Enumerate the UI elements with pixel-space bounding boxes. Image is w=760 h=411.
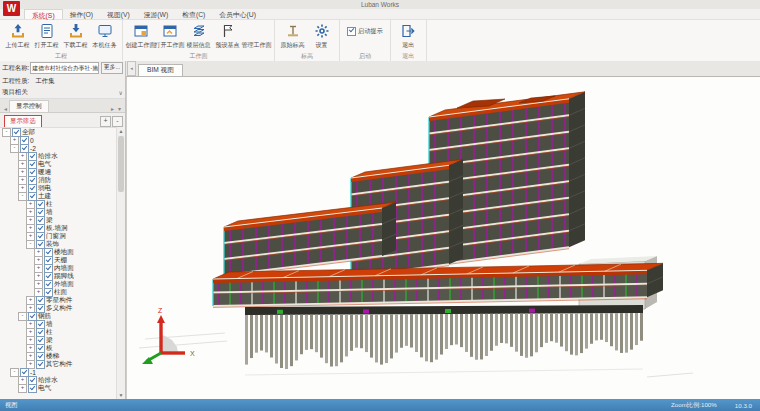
manage-workface-button[interactable]: 管理工作面	[242, 21, 271, 50]
menubar: 系统(S)操作(O)视图(V)漫游(W)检查(C)会员中心(U)	[0, 9, 760, 20]
tree-scrollbar[interactable]: ▲ ▼	[116, 127, 125, 399]
computer-button[interactable]: 本机任务	[90, 21, 119, 50]
panel-tabstrip: ◂ 显示控制 ▸ ▾	[0, 99, 125, 113]
checkbox-icon[interactable]	[347, 27, 356, 36]
button-label: 上传工程	[6, 41, 30, 50]
ribbon-group-2: 创建工作面打开工作面楼层信息预设基点管理工作面工作面	[123, 20, 275, 61]
scroll-down-icon[interactable]: ▼	[117, 391, 125, 399]
button-label: 原始标高	[281, 41, 305, 50]
flag-button[interactable]: 预设基点	[213, 21, 242, 50]
tree-row[interactable]: +墙	[0, 320, 117, 328]
menu-tab-5[interactable]: 检查(C)	[175, 9, 212, 19]
svg-text:X: X	[190, 350, 195, 357]
ribbon-group-3: 原始标高设置标高	[275, 20, 340, 61]
tree-checkbox[interactable]	[36, 360, 45, 369]
tree-row[interactable]: +柱	[0, 328, 117, 336]
download-button[interactable]: 下载工程	[61, 21, 90, 50]
tree-row[interactable]: +墙	[0, 208, 117, 216]
elevation-button[interactable]: 原始标高	[278, 21, 307, 50]
tree-row[interactable]: +梁	[0, 336, 117, 344]
project-type-label: 工程性质:	[2, 77, 29, 86]
tree-row[interactable]: +电气	[0, 384, 117, 392]
ribbon: 上传工程打开工程下载工程本机任务工程创建工作面打开工作面楼层信息预设基点管理工作…	[0, 20, 760, 62]
floors-icon	[191, 23, 207, 39]
manage-workface-icon	[249, 23, 265, 39]
button-label: 设置	[316, 41, 328, 50]
open-workface-button[interactable]: 打开工作面	[155, 21, 184, 50]
ribbon-group-1: 上传工程打开工程下载工程本机任务工程	[0, 20, 123, 61]
upload-button[interactable]: 上传工程	[3, 21, 32, 50]
ribbon-group-4: 启动提示启动	[340, 20, 391, 61]
menu-tab-3[interactable]: 视图(V)	[100, 9, 137, 19]
exit-button[interactable]: 退出	[394, 21, 423, 50]
tree-node-label: -2	[30, 145, 36, 152]
project-name-dropdown[interactable]: 建德市村社综合办事社-施工模型 ▼	[30, 62, 99, 74]
tree-checkbox[interactable]	[44, 288, 53, 297]
tab-bim-view[interactable]: BIM 视图	[138, 64, 183, 76]
menu-tab-2[interactable]: 操作(O)	[63, 9, 100, 19]
project-name-value: 建德市村社综合办事社-施工模型	[32, 64, 99, 73]
building-model: ZX	[127, 77, 760, 399]
viewport: ◂ BIM 视图 ZX	[126, 61, 760, 399]
component-tree: -全部+0--2+给排水+电气+暖通+消防+弱电-土建+柱+墙+梁+板.墙洞+门…	[0, 127, 117, 399]
elevation-icon	[285, 23, 301, 39]
tab-display-control[interactable]: 显示控制	[9, 100, 49, 112]
chevron-down-icon[interactable]: ∨	[119, 89, 123, 96]
ribbon-group-label: 退出	[394, 52, 423, 61]
statusbar: 视图 Zoom比例:100% 10.3.0	[0, 399, 760, 411]
tree-node-label: 0	[30, 137, 34, 144]
viewport-tabstrip: ◂ BIM 视图	[126, 61, 760, 77]
project-related-section[interactable]: 项目相关 ∨	[0, 87, 125, 99]
project-name-label: 工程名称:	[2, 64, 29, 73]
tree-node-label: 其它构件	[46, 360, 72, 369]
tree-row[interactable]: -钢筋	[0, 312, 117, 320]
checkbox-label: 启动提示	[358, 27, 383, 36]
project-panel: 工程名称: 建德市村社综合办事社-施工模型 ▼ 更多... 工程性质: 工作集 …	[0, 61, 126, 399]
ribbon-group-label: 启动	[343, 52, 387, 61]
gear-icon	[314, 23, 330, 39]
ribbon-group-label: 标高	[278, 52, 336, 61]
button-label: 楼层信息	[187, 41, 211, 50]
button-label: 本机任务	[93, 41, 117, 50]
tab-scroll-right-icon[interactable]: ▸	[109, 105, 116, 112]
tree-row[interactable]: -全部	[0, 128, 117, 136]
more-button[interactable]: 更多...	[101, 62, 123, 74]
status-version-text: 10.3.0	[735, 402, 752, 409]
svg-text:Z: Z	[158, 307, 163, 314]
button-label: 管理工作面	[242, 41, 272, 50]
floors-button[interactable]: 楼层信息	[184, 21, 213, 50]
button-label: 下载工程	[64, 41, 88, 50]
menu-tab-1[interactable]: 系统(S)	[24, 9, 63, 19]
flag-icon	[220, 23, 236, 39]
tab-menu-icon[interactable]: ▾	[116, 105, 123, 112]
gear-button[interactable]: 设置	[307, 21, 336, 50]
scroll-up-icon[interactable]: ▲	[117, 127, 125, 135]
open-project-button[interactable]: 打开工程	[32, 21, 61, 50]
tab-scroll-left-icon[interactable]: ◂	[2, 105, 9, 112]
collapse-all-button[interactable]: -	[112, 116, 123, 127]
tree-checkbox[interactable]	[36, 304, 45, 313]
tree-node-label: -1	[30, 369, 36, 376]
open-workface-icon	[162, 23, 178, 39]
computer-icon	[97, 23, 113, 39]
luban-logo: W	[3, 1, 20, 16]
menu-tab-6[interactable]: 会员中心(U)	[212, 9, 263, 19]
expand-node-icon[interactable]: +	[18, 384, 27, 393]
tree-row[interactable]: -土建	[0, 192, 117, 200]
status-mode-text: 视图	[5, 401, 17, 410]
ribbon-group-5: 退出退出	[391, 20, 427, 61]
create-workface-icon	[133, 23, 149, 39]
exit-icon	[400, 23, 416, 39]
scrollbar-thumb[interactable]	[118, 136, 124, 192]
tree-checkbox[interactable]	[28, 384, 37, 393]
collapse-panel-button[interactable]: ◂	[127, 61, 136, 76]
expand-all-button[interactable]: +	[100, 116, 111, 127]
bim-3d-canvas[interactable]: ZX	[126, 77, 760, 399]
startup-tip-checkbox[interactable]: 启动提示	[347, 27, 383, 36]
tree-node-label: 电气	[38, 384, 51, 393]
display-filter-button[interactable]: 显示筛选	[4, 115, 42, 128]
create-workface-button[interactable]: 创建工作面	[126, 21, 155, 50]
window-title: Luban Works	[0, 1, 760, 8]
tree-row[interactable]: +柱	[0, 200, 117, 208]
menu-tab-4[interactable]: 漫游(W)	[137, 9, 176, 19]
